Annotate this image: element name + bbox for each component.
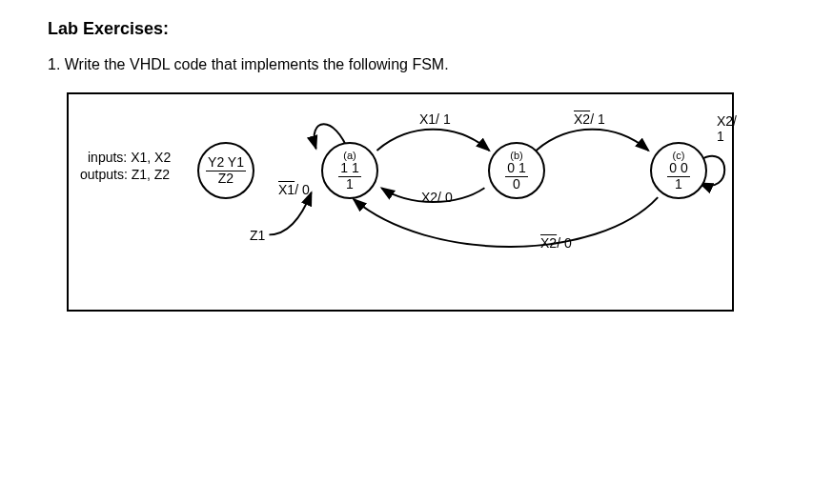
fsm-diagram-frame: inputs: X1, X2 outputs: Z1, Z2 Y2 Y1 Z2 …: [67, 92, 734, 312]
state-b-output: 0: [511, 177, 522, 192]
state-encoding-legend: Y2 Y1 Z2: [197, 142, 254, 199]
z1-label: Z1: [250, 228, 265, 243]
state-a: (a) 1 1 1: [321, 142, 378, 199]
state-a-output: 1: [344, 177, 356, 192]
state-c-code: 0 0: [667, 161, 689, 176]
question-text: 1. Write the VHDL code that implements t…: [48, 56, 765, 73]
state-b-code: 0 1: [505, 161, 527, 176]
inputs-legend: inputs: X1, X2: [88, 150, 171, 165]
transition-b-to-a: X2/ 0: [421, 190, 453, 205]
transition-a-self: X1/ 0: [278, 182, 310, 197]
state-a-code: 1 1: [338, 161, 360, 176]
state-b: (b) 0 1 0: [488, 142, 545, 199]
outputs-legend: outputs: Z1, Z2: [80, 167, 170, 182]
legend-bot: Z2: [216, 171, 235, 186]
legend-top: Y2 Y1: [206, 155, 246, 171]
transition-c-self: X2/ 1: [717, 113, 737, 144]
state-c-output: 1: [673, 177, 684, 192]
transition-b-to-c: X2/ 1: [574, 111, 605, 127]
fsm-arrows: [69, 94, 732, 310]
page-title: Lab Exercises:: [48, 19, 765, 39]
transition-c-to-a: X2/ 0: [540, 235, 572, 251]
state-c: (c) 0 0 1: [650, 142, 707, 199]
transition-a-to-b: X1/ 1: [419, 111, 451, 127]
